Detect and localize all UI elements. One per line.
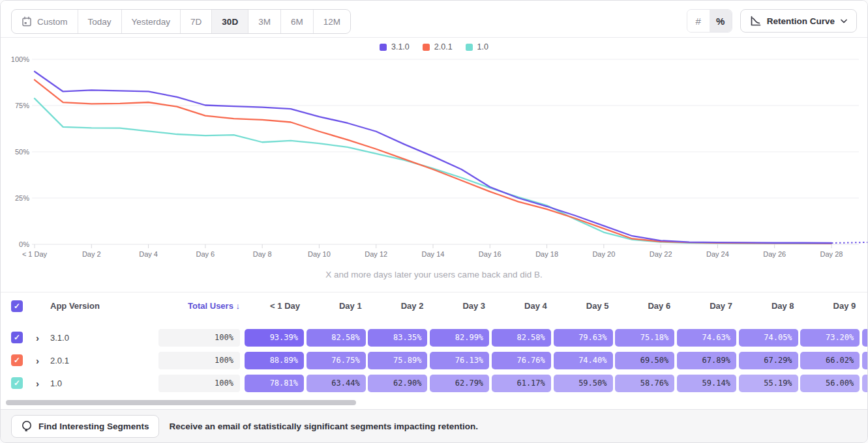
app-version-column-header[interactable]: App Version [50, 293, 100, 320]
retention-cell-clipped[interactable] [862, 329, 868, 347]
select-all-checkbox[interactable]: ✓ [11, 300, 23, 312]
x-axis-label: < 1 Day [22, 250, 48, 258]
y-axis-label: 25% [15, 194, 29, 202]
retention-chart: 0%25%50%75%100%< 1 DayDay 2Day 4Day 6Day… [1, 1, 868, 281]
x-axis-label: Day 6 [196, 250, 215, 258]
column-header-day-2[interactable]: Day 2 [368, 293, 427, 320]
retention-cell[interactable]: 61.17% [492, 375, 551, 392]
retention-cell[interactable]: 79.63% [554, 329, 613, 347]
column-header-day-1[interactable]: Day 1 [307, 293, 366, 320]
retention-cell[interactable]: 75.89% [368, 352, 427, 369]
column-header-day-7[interactable]: Day 7 [677, 293, 736, 320]
retention-report: CustomTodayYesterday7D30D3M6M12M # % Ret… [0, 0, 868, 443]
x-axis-label: Day 24 [706, 250, 729, 258]
table-row-3.1.0: ✓›3.1.0100%93.39%82.58%83.35%82.99%82.58… [1, 326, 867, 349]
retention-cell[interactable]: 59.50% [554, 375, 613, 392]
retention-cell[interactable]: 82.58% [307, 329, 366, 347]
column-header-day-6[interactable]: Day 6 [615, 293, 674, 320]
table-row-2.0.1: ✓›2.0.1100%88.89%76.75%75.89%76.13%76.76… [1, 349, 867, 372]
y-axis-label: 0% [19, 240, 29, 248]
retention-cell[interactable]: 88.89% [245, 352, 304, 369]
segments-icon [21, 420, 33, 432]
row-label: 3.1.0 [50, 326, 69, 349]
x-axis-label: Day 26 [763, 250, 786, 258]
retention-cell[interactable]: 66.02% [800, 352, 860, 369]
x-axis-label: Day 14 [422, 250, 445, 258]
column-header-day-8[interactable]: Day 8 [739, 293, 798, 320]
x-axis-label: Day 8 [253, 250, 272, 258]
retention-cell[interactable]: 76.75% [307, 352, 366, 369]
column-header-day-5[interactable]: Day 5 [554, 293, 613, 320]
retention-cell[interactable]: 63.44% [307, 375, 366, 392]
footer-bar: Find Interesting Segments Receive an ema… [1, 409, 867, 442]
table-row-1.0: ✓›1.0100%78.81%63.44%62.90%62.79%61.17%5… [1, 372, 867, 395]
column-header--1-day[interactable]: < 1 Day [245, 293, 304, 320]
footer-message: Receive an email of statistically signif… [170, 422, 478, 431]
x-axis-label: Day 4 [139, 250, 158, 258]
retention-cell[interactable]: 62.79% [430, 375, 489, 392]
dashed-projection-line [831, 242, 868, 243]
x-axis-label: Day 18 [535, 250, 558, 258]
column-header-day-9[interactable]: Day 9 [800, 293, 860, 320]
retention-cell[interactable]: 58.76% [615, 375, 674, 392]
series-line-1.0 [35, 98, 831, 244]
series-line-3.1.0 [35, 72, 831, 243]
total-users-value: 100% [158, 375, 240, 392]
retention-cell[interactable]: 93.39% [245, 329, 304, 347]
retention-cell[interactable]: 82.58% [492, 329, 551, 347]
retention-cell[interactable]: 62.90% [368, 375, 427, 392]
row-checkbox-3.1.0[interactable]: ✓ [11, 332, 23, 343]
row-checkbox-1.0[interactable]: ✓ [11, 377, 23, 389]
chart-caption: X and more days later your users came ba… [1, 270, 867, 279]
retention-cell[interactable]: 78.81% [245, 375, 304, 392]
series-line-2.0.1 [35, 80, 831, 244]
x-axis-label: Day 20 [592, 250, 615, 258]
retention-cell[interactable]: 67.89% [677, 352, 736, 369]
horizontal-scrollbar-thumb[interactable] [6, 400, 356, 405]
table-header-row: ✓ App Version Total Users ↓ < 1 DayDay 1… [1, 292, 867, 319]
retention-cell[interactable]: 75.18% [615, 329, 674, 347]
retention-cell[interactable]: 74.63% [677, 329, 736, 347]
retention-cell-clipped[interactable] [862, 375, 868, 392]
retention-cell[interactable]: 56.00% [800, 375, 860, 392]
total-users-value: 100% [158, 329, 240, 347]
x-axis-label: Day 22 [650, 250, 672, 258]
retention-cell[interactable]: 76.76% [492, 352, 551, 369]
x-axis-label: Day 16 [479, 250, 501, 258]
retention-cell[interactable]: 59.14% [677, 375, 736, 392]
retention-cell[interactable]: 74.05% [739, 329, 798, 347]
retention-cell[interactable]: 73.20% [800, 329, 860, 347]
column-header-day-4[interactable]: Day 4 [492, 293, 551, 320]
y-axis-label: 50% [15, 148, 29, 156]
row-label: 2.0.1 [50, 349, 69, 372]
retention-cell[interactable]: 83.35% [368, 329, 427, 347]
row-checkbox-2.0.1[interactable]: ✓ [11, 354, 23, 366]
retention-cell[interactable]: 69.50% [615, 352, 674, 369]
retention-cell-clipped[interactable] [862, 352, 868, 369]
x-axis-label: Day 12 [365, 250, 387, 258]
x-axis-label: Day 2 [82, 250, 101, 258]
find-interesting-segments-label: Find Interesting Segments [38, 422, 149, 431]
retention-cell[interactable]: 82.99% [430, 329, 489, 347]
column-header-day-3[interactable]: Day 3 [430, 293, 489, 320]
total-users-column-header[interactable]: Total Users ↓ [158, 293, 240, 320]
row-label: 1.0 [50, 372, 62, 395]
expand-chevron-icon[interactable]: › [36, 349, 39, 372]
x-axis-label: Day 10 [308, 250, 331, 258]
total-users-value: 100% [158, 352, 240, 369]
expand-chevron-icon[interactable]: › [36, 326, 39, 349]
x-axis-label: Day 28 [820, 250, 843, 258]
y-axis-label: 75% [15, 102, 29, 109]
retention-cell[interactable]: 55.19% [739, 375, 798, 392]
expand-chevron-icon[interactable]: › [36, 372, 39, 395]
retention-cell[interactable]: 67.29% [739, 352, 798, 369]
y-axis-label: 100% [11, 55, 29, 63]
find-interesting-segments-button[interactable]: Find Interesting Segments [11, 415, 159, 438]
retention-cell[interactable]: 74.40% [554, 352, 613, 369]
retention-cell[interactable]: 76.13% [430, 352, 489, 369]
